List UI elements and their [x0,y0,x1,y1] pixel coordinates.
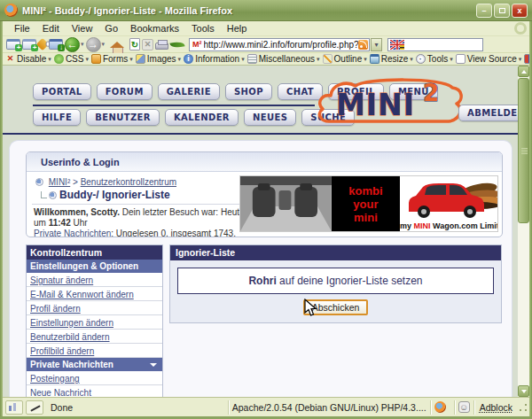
sidebar-link-neue-nachricht[interactable]: Neue Nachricht [27,385,162,397]
status-text: Done [51,402,224,413]
vertical-scrollbar[interactable] [518,66,529,397]
close-button[interactable]: x [512,4,528,18]
nav-benutzer[interactable]: BENUTZER [86,109,160,126]
webdev-css[interactable]: CSS▾ [54,54,89,64]
firefox-status-icon[interactable] [434,401,446,413]
scroll-up-button[interactable] [518,66,529,77]
statusbar-separator [454,400,455,415]
webdev-tools[interactable]: ·Tools▾ [416,54,453,64]
profile-status-icon[interactable]: ☺ [458,401,470,413]
sidebar-section-private-messages[interactable]: Private Nachrichten [27,358,162,371]
print-button[interactable] [155,38,168,51]
adblock-toggle[interactable]: Adblock [480,402,512,413]
nav-kalender[interactable]: KALENDER [165,109,239,126]
reload-button[interactable]: ↻ [129,38,140,50]
webdev-outline[interactable]: Outline▾ [323,54,367,64]
url-dropdown-button[interactable]: ▾ [371,38,382,51]
sidebar-link-einstellungen[interactable]: Einstellungen ändern [27,315,162,330]
statusbar-separator [228,400,229,415]
private-messages-link[interactable]: Private Nachrichten [34,229,111,237]
nav-portal[interactable]: PORTAL [33,83,91,100]
resize-grip[interactable] [518,402,528,413]
scroll-down-button[interactable] [518,385,529,397]
sidebar-section-settings[interactable]: Einstellungen & Optionen [27,260,162,273]
title-bar[interactable]: MINI² - Buddy-/ Ignorier-Liste - Mozilla… [0,0,532,21]
webdev-view-source[interactable]: View Source▾ [456,54,521,64]
search-box[interactable] [387,38,483,51]
sidebar-link-email-kennwort[interactable]: E-Mail & Kennwort ändern [27,287,162,301]
last-visit-time: 11:42 [49,218,71,228]
css-icon [54,54,64,64]
ignore-list-panel: Ignorier-Liste Rohri auf deine Ignorier-… [169,244,502,323]
navbit-icon [35,178,43,186]
menu-file[interactable]: File [8,22,36,35]
webdev-resize[interactable]: Resize▾ [370,54,413,64]
header-rule [3,133,518,135]
menu-bookmarks[interactable]: Bookmarks [124,22,185,35]
back-button[interactable]: ← [65,37,80,52]
search-engine-flag-icon[interactable] [390,40,404,50]
url-text[interactable]: http://www.mini2.info/forum/profile.php?… [204,40,359,50]
back-dropdown-icon[interactable]: ▾ [81,41,84,48]
chevron-down-icon [150,363,157,367]
menu-tools[interactable]: Tools [185,22,221,35]
new-window-button[interactable]: + [6,38,20,51]
downloads-button[interactable]: ↓ [49,38,63,51]
breadcrumb-root-link[interactable]: MINI² [49,177,70,187]
webdev-information[interactable]: iInformation▾ [184,54,245,64]
list-icon [247,54,257,64]
home-button[interactable] [110,38,124,51]
menu-help[interactable]: Help [221,22,254,35]
webdev-miscellaneous[interactable]: Miscellaneous▾ [247,54,320,64]
webdev-disable[interactable]: ✕Disable▾ [5,54,51,64]
sidebar-link-benutzerbild[interactable]: Benutzerbild ändern [27,330,162,344]
statusbar-separator [430,400,431,415]
userinfo-header: Userinfo & Login [27,152,502,172]
nav-shop[interactable]: SHOP [225,83,272,100]
server-info: Apache/2.0.54 (Debian GNU/Linux) PHP/4.3… [232,402,426,413]
rss-feed-icon[interactable] [358,40,368,50]
sidebar-link-profil[interactable]: Profil ändern [27,301,162,315]
browser-window: MINI² - Buddy-/ Ignorier-Liste - Mozilla… [0,0,532,419]
minimize-button[interactable]: – [476,4,492,18]
pm-count-text: : Ungelesen 0, insgesamt 1743. [111,229,236,237]
menu-view[interactable]: View [66,22,99,35]
thumb-grip [521,148,528,149]
sidebar-link-profilbild[interactable]: Profilbild ändern [27,344,162,358]
ad-banner[interactable]: kombiyourmini [239,175,498,232]
webdev-images[interactable]: Images▾ [136,54,181,64]
pen-tool-icon[interactable] [26,400,43,415]
target-username: Rohri [248,275,276,287]
ad-slogan: kombiyourmini [332,176,400,231]
sidebar-link-posteingang[interactable]: Posteingang [27,371,162,385]
sidebar-link-signatur[interactable]: Signatur ändern [27,273,162,287]
url-bar[interactable]: M² http://www.mini2.info/forum/profile.p… [189,38,370,51]
forms-icon [91,54,101,64]
firefox-icon [4,4,18,17]
scrollbar-thumb[interactable] [518,78,529,223]
leaf-theme-button[interactable] [170,38,184,51]
mini2-logo[interactable]: MINI 2 [313,76,466,133]
nav-forum[interactable]: FORUM [97,83,153,100]
webdev-forms[interactable]: Forms▾ [91,54,133,64]
render-mode-icon[interactable] [5,400,23,415]
welcome-suffix: Uhr [71,218,88,228]
forum-nav-row2: HILFE BENUTZER KALENDER NEUES SUCHE [33,109,355,126]
menu-edit[interactable]: Edit [36,22,66,35]
nav-galerie[interactable]: GALERIE [158,83,220,100]
ad-brand-panel: my MINI Wagon.com Limited [400,176,497,231]
forward-button[interactable]: → [86,37,101,52]
menu-go[interactable]: Go [98,22,124,35]
new-tab-button[interactable]: + [22,38,36,51]
stop-button[interactable]: ✕ [142,39,153,50]
car-interior-image [240,176,332,231]
nav-hilfe[interactable]: HILFE [33,109,81,126]
maximize-button[interactable] [494,4,510,18]
feedback-button[interactable] [38,38,47,51]
logout-button[interactable]: ABMELDEN [458,105,518,121]
nav-neues[interactable]: NEUES [244,109,296,126]
breadcrumb-parent-link[interactable]: Benutzerkontrollzentrum [81,177,176,187]
forward-dropdown-icon[interactable]: ▾ [102,41,106,48]
submit-row: Abschicken [170,299,501,322]
document-icon [456,54,466,64]
